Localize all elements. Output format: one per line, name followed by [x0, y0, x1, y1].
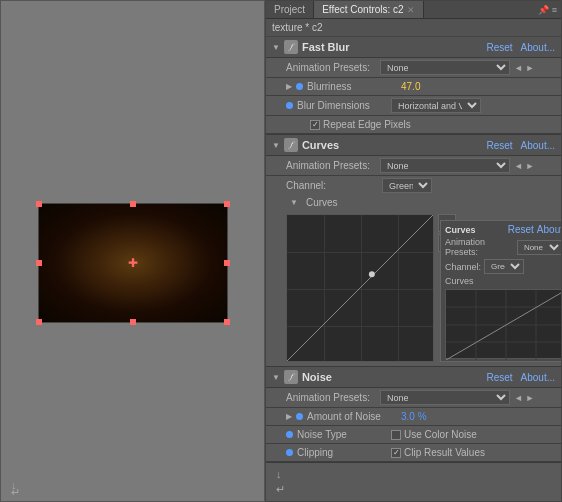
popup-presets-label: Animation Presets:: [445, 237, 514, 257]
handle-bl[interactable]: [36, 319, 42, 325]
noise-amount-expand[interactable]: ▶: [286, 412, 292, 421]
repeat-edge-row: ✓ Repeat Edge Pixels: [266, 116, 561, 134]
noise-clipping-checkbox-label: Clip Result Values: [404, 447, 485, 458]
noise-type-label: Noise Type: [297, 429, 387, 440]
curves-block: ▼ 𝑓 Curves Reset About... Animation Pres…: [266, 135, 561, 367]
blur-dimensions-label: Blur Dimensions: [297, 100, 387, 111]
noise-title-row: ▼ 𝑓 Noise Reset About...: [266, 367, 561, 388]
curves-presets-nav: ◄ ►: [514, 161, 534, 171]
texture-preview: ✚: [38, 203, 228, 323]
panel-menu-icon[interactable]: ≡: [552, 5, 557, 15]
handle-br[interactable]: [224, 319, 230, 325]
noise-clipping-checkbox-area: ✓ Clip Result Values: [391, 447, 485, 458]
repeat-edge-checkbox-area: ✓ Repeat Edge Pixels: [310, 119, 411, 130]
effect-section: ▼ 𝑓 Fast Blur Reset About... Animation P…: [266, 37, 561, 501]
handle-tc[interactable]: [130, 201, 136, 207]
popup-curves-title: Curves: [445, 225, 476, 235]
noise-type-dot: [286, 431, 293, 438]
popup-mini-svg: [446, 290, 561, 360]
curves-popup: Curves Reset About Animation Presets: No…: [440, 220, 561, 362]
channel-row: Channel: Green: [266, 176, 561, 195]
curves-expand[interactable]: ▼: [272, 141, 280, 150]
noise-reset[interactable]: Reset: [486, 372, 512, 383]
curves-about[interactable]: About...: [521, 140, 555, 151]
noise-clipping-dot: [286, 449, 293, 456]
curves-title-row: ▼ 𝑓 Curves Reset About...: [266, 135, 561, 156]
fast-blur-fx-icon: 𝑓: [284, 40, 298, 54]
curves-sub-row: ▼ Curves: [266, 195, 561, 210]
blurriness-label: Blurriness: [307, 81, 397, 92]
tab-effect-controls-label: Effect Controls: c2: [322, 4, 404, 15]
noise-fx-icon: 𝑓: [284, 370, 298, 384]
fast-blur-expand[interactable]: ▼: [272, 43, 280, 52]
fast-blur-reset[interactable]: Reset: [486, 42, 512, 53]
handle-tr[interactable]: [224, 201, 230, 207]
curves-sub-expand[interactable]: ▼: [290, 198, 298, 207]
fast-blur-presets-nav: ◄ ►: [514, 63, 534, 73]
noise-clipping-checkbox[interactable]: ✓: [391, 448, 401, 458]
popup-presets-row: Animation Presets: None: [445, 236, 561, 258]
noise-presets-label: Animation Presets:: [286, 392, 376, 403]
handle-tl[interactable]: [36, 201, 42, 207]
channel-select[interactable]: Green: [382, 178, 432, 193]
blur-dimensions-dot: [286, 102, 293, 109]
popup-channel-select[interactable]: Green: [484, 259, 524, 274]
fast-blur-presets-row: Animation Presets: None ◄ ►: [266, 58, 561, 78]
popup-presets-select[interactable]: None: [517, 240, 561, 255]
curves-diagonal-svg: [287, 215, 433, 361]
fast-blur-about[interactable]: About...: [521, 42, 555, 53]
panel-pin-icon[interactable]: 📌: [538, 5, 549, 15]
down-arrow: ↓: [276, 467, 551, 482]
tab-project-label: Project: [274, 4, 305, 15]
handle-mr[interactable]: [224, 260, 230, 266]
fast-blur-title-row: ▼ 𝑓 Fast Blur Reset About...: [266, 37, 561, 58]
noise-expand[interactable]: ▼: [272, 373, 280, 382]
canvas-area: ✚: [38, 203, 228, 323]
curves-fx-icon: 𝑓: [284, 138, 298, 152]
curves-presets-select[interactable]: None: [380, 158, 510, 173]
popup-channel-row: Channel: Green: [445, 258, 561, 275]
channel-label: Channel:: [286, 180, 376, 191]
noise-presets-nav: ◄ ►: [514, 393, 534, 403]
tab-bar: Project Effect Controls: c2 ✕ 📌 ≡: [266, 1, 561, 19]
file-header: texture * c2: [266, 19, 561, 37]
popup-about[interactable]: About: [537, 224, 561, 235]
curves-graph[interactable]: Curves Reset About Animation Presets: No…: [286, 214, 434, 362]
right-panel: Project Effect Controls: c2 ✕ 📌 ≡ textur…: [265, 0, 562, 502]
popup-curves-row: Curves: [445, 275, 561, 287]
curves-presets-row: Animation Presets: None ◄ ►: [266, 156, 561, 176]
noise-type-checkbox-label: Use Color Noise: [404, 429, 477, 440]
popup-reset[interactable]: Reset: [508, 224, 534, 235]
noise-presets-select[interactable]: None: [380, 390, 510, 405]
noise-type-row: Noise Type Use Color Noise: [266, 426, 561, 444]
svg-point-1: [369, 271, 375, 277]
noise-type-checkbox[interactable]: [391, 430, 401, 440]
repeat-edge-label: Repeat Edge Pixels: [323, 119, 411, 130]
noise-presets-row: Animation Presets: None ◄ ►: [266, 388, 561, 408]
blurriness-value[interactable]: 47.0: [401, 81, 420, 92]
fast-blur-title: Fast Blur: [302, 41, 350, 53]
blur-dimensions-select[interactable]: Horizontal and Vertical: [391, 98, 481, 113]
repeat-edge-checkbox[interactable]: ✓: [310, 120, 320, 130]
noise-about[interactable]: About...: [521, 372, 555, 383]
svg-line-0: [287, 215, 433, 361]
left-panel: ✚ ↓ ↵: [0, 0, 265, 502]
curves-sub-label: Curves: [306, 197, 396, 208]
handle-bc[interactable]: [130, 319, 136, 325]
handle-ml[interactable]: [36, 260, 42, 266]
curves-reset[interactable]: Reset: [486, 140, 512, 151]
noise-title: Noise: [302, 371, 332, 383]
tab-project[interactable]: Project: [266, 1, 314, 18]
blurriness-expand[interactable]: ▶: [286, 82, 292, 91]
fast-blur-presets-select[interactable]: None: [380, 60, 510, 75]
fast-blur-block: ▼ 𝑓 Fast Blur Reset About... Animation P…: [266, 37, 561, 135]
noise-amount-dot: [296, 413, 303, 420]
noise-amount-value[interactable]: 3.0 %: [401, 411, 427, 422]
tab-close-icon[interactable]: ✕: [407, 5, 415, 15]
noise-clipping-label: Clipping: [297, 447, 387, 458]
popup-mini-graph[interactable]: ✎ ↖ ⌣ ↺: [445, 289, 561, 359]
tab-effect-controls[interactable]: Effect Controls: c2 ✕: [314, 1, 424, 18]
crosshair: ✚: [128, 256, 138, 270]
popup-curves-label: Curves: [445, 276, 474, 286]
noise-clipping-row: Clipping ✓ Clip Result Values: [266, 444, 561, 462]
